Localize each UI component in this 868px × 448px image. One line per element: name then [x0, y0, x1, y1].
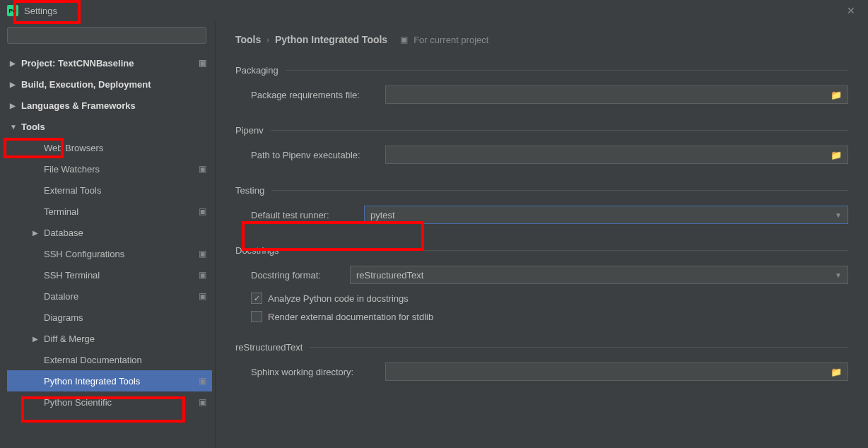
sidebar-item[interactable]: File Watchers▣: [7, 158, 212, 179]
sidebar-item-label: Terminal: [44, 206, 78, 217]
close-icon[interactable]: ✕: [841, 2, 861, 19]
project-icon: ▣: [400, 35, 408, 45]
test-runner-label: Default test runner:: [251, 210, 364, 220]
project-scope-icon: ▣: [199, 270, 206, 280]
section-packaging: Packaging: [235, 65, 848, 76]
sidebar-item[interactable]: Diagrams: [7, 307, 212, 328]
sphinx-dir-input[interactable]: 📁: [385, 362, 848, 381]
pipenv-path-input[interactable]: 📁: [385, 146, 848, 164]
section-title: Pipenv: [235, 125, 264, 136]
window-title: Settings: [24, 6, 57, 16]
section-rst: reStructuredText: [235, 342, 848, 353]
breadcrumb-current: Python Integrated Tools: [275, 34, 387, 45]
sidebar-item-label: Python Integrated Tools: [44, 376, 140, 387]
chevron-down-icon[interactable]: ▼: [10, 123, 18, 131]
sidebar-item-label: External Documentation: [44, 355, 142, 365]
sidebar-item[interactable]: Datalore▣: [7, 285, 212, 307]
sidebar-item-label: SSH Configurations: [44, 249, 124, 259]
chevron-right-icon[interactable]: ▶: [10, 59, 18, 67]
sidebar-item[interactable]: Python Integrated Tools▣: [7, 370, 212, 391]
project-scope-icon: ▣: [199, 249, 206, 259]
sidebar-item[interactable]: ▼Tools: [7, 116, 212, 137]
sidebar-item[interactable]: SSH Terminal▣: [7, 264, 212, 285]
analyze-checkbox[interactable]: [251, 293, 262, 304]
docstring-format-value: reStructuredText: [356, 270, 423, 281]
divider: [271, 130, 848, 131]
section-title: Packaging: [235, 65, 278, 76]
section-title: Testing: [235, 185, 264, 196]
section-title: Docstrings: [235, 245, 278, 256]
sphinx-dir-label: Sphinx working directory:: [251, 367, 385, 377]
chevron-right-icon[interactable]: ▶: [10, 81, 18, 88]
package-req-label: Package requirements file:: [251, 90, 385, 100]
docstring-format-select[interactable]: reStructuredText ▼: [350, 266, 848, 284]
sidebar-item[interactable]: ▶Database: [7, 222, 212, 243]
sidebar-item[interactable]: Python Scientific▣: [7, 391, 212, 413]
sidebar-item[interactable]: Web Browsers: [7, 137, 212, 158]
sidebar-item-label: Languages & Frameworks: [21, 100, 136, 111]
sidebar-item[interactable]: ▶Build, Execution, Deployment: [7, 73, 212, 95]
project-scope-icon: ▣: [199, 206, 206, 216]
section-title: reStructuredText: [235, 342, 303, 353]
folder-icon[interactable]: 📁: [831, 150, 842, 160]
docstring-format-label: Docstring format:: [251, 270, 350, 281]
render-stdlib-label: Render external documentation for stdlib: [268, 312, 433, 322]
sidebar-item-label: Diagrams: [44, 312, 83, 323]
chevron-right-icon: ›: [266, 35, 269, 44]
sidebar-item-label: Build, Execution, Deployment: [21, 79, 151, 90]
chevron-right-icon[interactable]: ▶: [33, 229, 41, 237]
sidebar-item[interactable]: External Documentation: [7, 349, 212, 370]
section-docstrings: Docstrings: [235, 245, 848, 256]
divider: [271, 190, 848, 191]
sidebar-item-label: Tools: [21, 122, 45, 132]
titlebar: PC Settings ✕: [0, 0, 868, 21]
project-scope-icon: ▣: [199, 291, 206, 301]
render-stdlib-checkbox[interactable]: [251, 311, 262, 322]
folder-icon[interactable]: 📁: [831, 90, 842, 100]
project-scope-icon: ▣: [199, 164, 206, 174]
package-req-input[interactable]: 📁: [385, 86, 848, 104]
sidebar-item[interactable]: External Tools: [7, 179, 212, 201]
divider: [310, 347, 848, 348]
settings-tree: ▶Project: TextCNNBaseline▣▶Build, Execut…: [7, 52, 212, 442]
sidebar-item-label: File Watchers: [44, 164, 100, 175]
pipenv-path-label: Path to Pipenv executable:: [251, 150, 385, 160]
section-testing: Testing: [235, 185, 848, 196]
breadcrumb-tools[interactable]: Tools: [235, 34, 261, 45]
section-pipenv: Pipenv: [235, 125, 848, 136]
chevron-right-icon[interactable]: ▶: [10, 102, 18, 110]
sidebar-item[interactable]: ▶Diff & Merge: [7, 328, 212, 349]
folder-icon[interactable]: 📁: [831, 367, 842, 377]
divider: [286, 250, 848, 251]
sidebar-item-label: Datalore: [44, 291, 78, 302]
project-scope-icon: ▣: [199, 376, 206, 386]
sidebar-item-label: Web Browsers: [44, 143, 103, 153]
divider: [286, 70, 848, 71]
project-scope-icon: ▣: [199, 58, 206, 68]
sidebar-item-label: Database: [44, 228, 83, 238]
sidebar-item[interactable]: ▶Languages & Frameworks: [7, 95, 212, 116]
sidebar-item-label: External Tools: [44, 185, 101, 196]
chevron-right-icon[interactable]: ▶: [33, 335, 41, 343]
analyze-label: Analyze Python code in docstrings: [268, 293, 409, 304]
sidebar-item-label: Project: TextCNNBaseline: [21, 58, 134, 69]
search-input[interactable]: [7, 27, 206, 44]
chevron-down-icon: ▼: [835, 211, 842, 219]
sidebar-item[interactable]: ▶Project: TextCNNBaseline▣: [7, 52, 212, 73]
sidebar-item-label: Diff & Merge: [44, 334, 95, 344]
sidebar-item[interactable]: Terminal▣: [7, 201, 212, 222]
sidebar-item-label: Python Scientific: [44, 397, 112, 408]
settings-sidebar: ▶Project: TextCNNBaseline▣▶Build, Execut…: [0, 21, 216, 448]
project-scope-icon: ▣: [199, 397, 206, 407]
project-hint: For current project: [414, 35, 488, 45]
breadcrumb: Tools › Python Integrated Tools ▣ For cu…: [235, 34, 848, 45]
chevron-down-icon: ▼: [835, 271, 842, 279]
sidebar-item-label: SSH Terminal: [44, 270, 100, 281]
settings-main: Tools › Python Integrated Tools ▣ For cu…: [216, 21, 868, 448]
test-runner-value: pytest: [370, 210, 395, 220]
test-runner-select[interactable]: pytest ▼: [364, 206, 848, 224]
app-icon: PC: [7, 5, 18, 16]
sidebar-item[interactable]: SSH Configurations▣: [7, 243, 212, 264]
